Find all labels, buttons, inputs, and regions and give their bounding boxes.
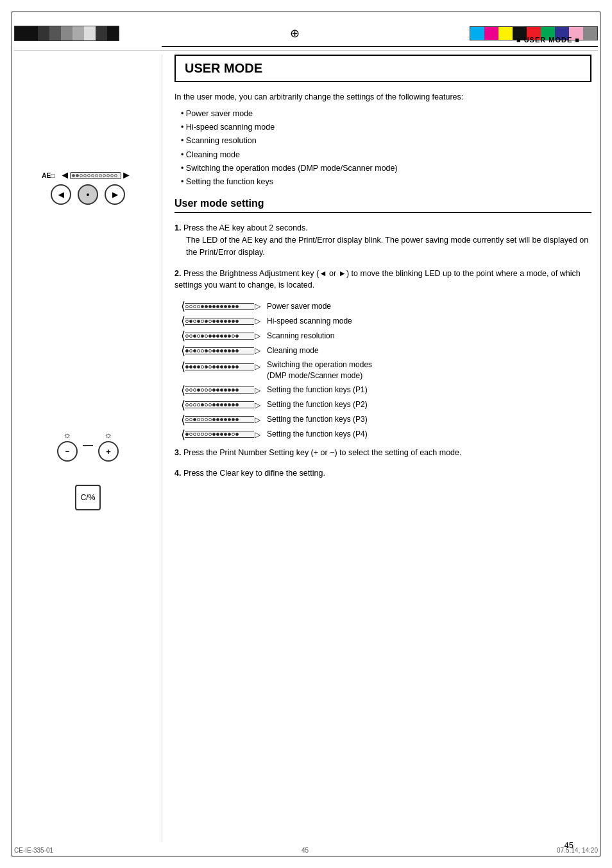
list-item: Cleaning mode [181, 148, 591, 162]
sun-plus-icon: ☼ [105, 430, 113, 440]
led-indicator-cleaning: ⟨ [181, 345, 260, 356]
led-label-hispeed: Hi-speed scanning mode [267, 316, 591, 327]
led-indicator-power-saver: ⟨ [181, 300, 260, 312]
user-mode-box: USER MODE [174, 55, 591, 82]
led-indicator-fn-p3: ⟨ [181, 414, 260, 426]
ae-key-row: AE□ ◄ [42, 170, 134, 180]
led-bar-illustration: ◄ ► [60, 170, 132, 180]
user-mode-title: USER MODE [185, 61, 581, 76]
led-label-fn-p4: Setting the function keys (P4) [267, 429, 591, 440]
step-1-num: 1. [174, 223, 181, 232]
section-heading: User mode setting [174, 198, 591, 213]
step-2: 2. Press the Brightness Adjustment key (… [174, 268, 591, 292]
step-4-num: 4. [174, 469, 181, 478]
list-item: Hi-speed scanning mode [181, 121, 591, 134]
features-list: Power saver mode Hi-speed scanning mode … [174, 107, 591, 189]
ae-key-illustration: AE□ ◄ [42, 170, 134, 205]
left-color-bar [14, 26, 119, 41]
footer-center: 45 [302, 847, 309, 854]
registration-mark [288, 27, 301, 40]
led-label-scanning-res: Scanning resolution [267, 331, 591, 342]
led-mode-table: ⟨ [181, 300, 591, 440]
led-label-cleaning: Cleaning mode [267, 345, 591, 356]
step-1-text: Press the AE key about 2 seconds. [183, 223, 308, 232]
list-item: Switching the operation modes (DMP mode/… [181, 162, 591, 175]
step-3-num: 3. [174, 448, 181, 457]
intro-text: In the user mode, you can arbitrarily ch… [174, 91, 591, 103]
footer-right: 07.5.14, 14:20 [557, 847, 598, 854]
sun-minus-icon: ☼ [64, 430, 72, 440]
ae-label: AE□ [42, 172, 55, 179]
left-panel: AE□ ◄ [14, 55, 162, 842]
led-row-fn-p1: ⟨ [181, 385, 591, 396]
minus-key: − [57, 441, 78, 462]
list-item: Power saver mode [181, 107, 591, 121]
plus-label: + [106, 447, 111, 456]
led-indicator-switch-op: ⟨ [181, 361, 260, 372]
page-number: 45 [565, 840, 574, 850]
step-2-text: Press the Brightness Adjustment key (◄ o… [174, 269, 581, 290]
step-1: 1. Press the AE key about 2 seconds. The… [174, 222, 591, 258]
list-item: Setting the function keys [181, 175, 591, 189]
page-header-text: ■ USER MODE ■ [516, 36, 580, 44]
clear-key-illustration: C/% [75, 485, 101, 510]
left-arrow-key: ◀ [51, 184, 71, 205]
step-3: 3. Press the Print Number Setting key (+… [174, 447, 591, 459]
led-row-scanning-res: ⟨ [181, 330, 591, 342]
right-panel: USER MODE In the user mode, you can arbi… [162, 55, 598, 842]
led-indicator-hispeed: ⟨ [181, 315, 260, 327]
led-label-fn-p1: Setting the function keys (P1) [267, 385, 591, 395]
led-row-cleaning: ⟨ [181, 345, 591, 356]
led-row-power-saver: ⟨ [181, 300, 591, 312]
page-footer: CE-IE-335-01 45 07.5.14, 14:20 [14, 847, 598, 854]
step-2-num: 2. [174, 269, 181, 278]
led-indicator-fn-p2: ⟨ [181, 399, 260, 411]
led-label-fn-p3: Setting the function keys (P3) [267, 414, 591, 425]
led-row-hispeed: ⟨ [181, 315, 591, 327]
led-label-power-saver: Power saver mode [267, 301, 591, 312]
led-row-fn-p3: ⟨ [181, 414, 591, 426]
led-label-switch-op: Switching the operation modes(DMP mode/S… [267, 360, 591, 381]
led-row-fn-p4: ⟨ [181, 429, 591, 440]
led-indicator-scanning-res: ⟨ [181, 330, 260, 342]
right-arrow-key: ▶ [105, 184, 125, 205]
led-label-fn-p2: Setting the function keys (P2) [267, 399, 591, 410]
led-row-fn-p2: ⟨ [181, 399, 591, 411]
plus-key: + [98, 441, 119, 462]
led-indicator-fn-p1: ⟨ [181, 385, 260, 396]
footer-left: CE-IE-335-01 [14, 847, 53, 854]
minus-label: − [65, 447, 69, 455]
header-rule [14, 50, 598, 51]
page-header [14, 14, 598, 53]
step-1-note: The LED of the AE key and the Print/Erro… [186, 234, 591, 259]
plus-minus-illustration: ☼ − — ☼ + [57, 430, 119, 462]
led-row-switch-op: ⟨ [181, 360, 591, 381]
list-item: Scanning resolution [181, 134, 591, 148]
step-3-text: Press the Print Number Setting key (+ or… [183, 448, 462, 457]
key-circles-row: ◀ ● ▶ [51, 184, 125, 205]
ae-key-circle: ● [78, 184, 98, 205]
sub-header-rule [162, 46, 598, 47]
minus-dash: — [83, 440, 93, 451]
step-4: 4. Press the Clear key to difine the set… [174, 467, 591, 480]
led-indicator-fn-p4: ⟨ [181, 429, 260, 440]
step-4-text: Press the Clear key to difine the settin… [183, 469, 325, 478]
clear-symbol: C/% [81, 493, 96, 502]
main-layout: AE□ ◄ [14, 55, 598, 842]
